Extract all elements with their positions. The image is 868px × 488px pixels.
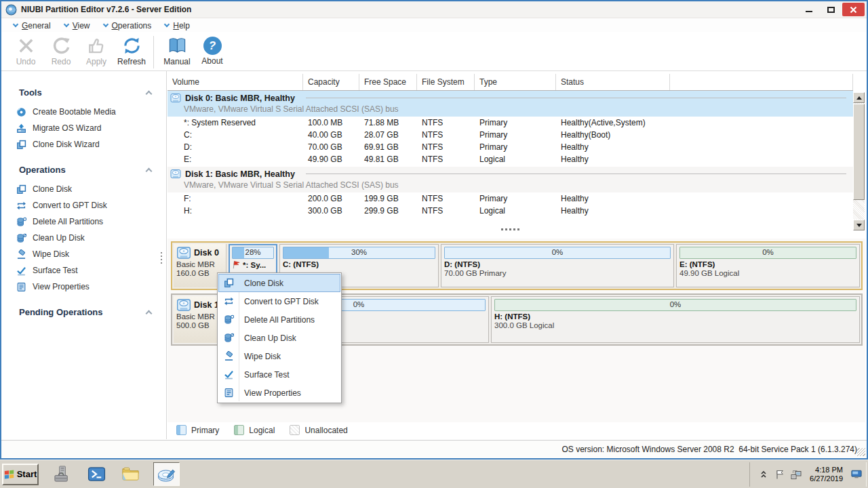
statusbar: OS version: Microsoft Windows Server 200… xyxy=(1,440,867,458)
column-header-volume[interactable]: Volume xyxy=(167,74,303,90)
sidebar-item-delete-all-partitions[interactable]: Delete All Partitions xyxy=(1,214,166,230)
legend-logical: Logical xyxy=(234,425,275,435)
start-button[interactable]: Start xyxy=(2,464,39,485)
usage-percent: 28% xyxy=(233,248,273,256)
taskbar-powershell-icon[interactable] xyxy=(87,465,106,483)
cell: H: xyxy=(167,205,303,217)
disk-group-subtitle: VMware, VMware Virtual S Serial Attached… xyxy=(167,104,853,114)
column-header-capacity[interactable]: Capacity xyxy=(303,74,359,90)
cell: Healthy xyxy=(556,205,670,217)
column-header-type[interactable]: Type xyxy=(475,74,556,90)
column-header-free-space[interactable]: Free Space xyxy=(359,74,417,90)
context-menu-label: Clone Disk xyxy=(239,279,283,288)
volume-row-d[interactable]: D:70.00 GB69.91 GBNTFSPrimaryHealthy xyxy=(167,141,853,153)
show-desktop-icon[interactable] xyxy=(851,469,862,480)
partition-detail: 300.0 GB Logical xyxy=(494,321,856,329)
about-button[interactable]: ?About xyxy=(195,35,230,66)
section-header-tools[interactable]: Tools xyxy=(1,81,166,104)
sidebar-item-clone-disk[interactable]: Clone Disk xyxy=(1,181,166,197)
sidebar-resize-handle[interactable] xyxy=(161,252,162,264)
menu-view[interactable]: View xyxy=(58,19,97,32)
scrollbar-thumb[interactable] xyxy=(853,104,865,200)
context-menu-item-wipe-disk[interactable]: Wipe Disk xyxy=(218,347,340,365)
refresh-button[interactable]: Refresh xyxy=(114,35,149,66)
column-header-blank[interactable] xyxy=(670,74,853,90)
taskbar-explorer-icon[interactable] xyxy=(121,465,140,483)
menu-operations[interactable]: Operations xyxy=(97,19,159,32)
cleanup-icon xyxy=(16,233,26,243)
undo-button[interactable]: Undo xyxy=(8,35,43,66)
section-header-operations[interactable]: Operations xyxy=(1,158,166,181)
arrow-up-icon xyxy=(856,96,862,100)
toolbar-label: Undo xyxy=(16,57,36,66)
sidebar-item-migrate-os-wizard[interactable]: Migrate OS Wizard xyxy=(1,120,166,136)
refresh-icon xyxy=(122,36,142,56)
scroll-up-button[interactable] xyxy=(853,92,865,103)
migrate-icon xyxy=(16,123,26,134)
maximize-button[interactable] xyxy=(821,3,841,16)
sidebar-item-convert-to-gpt-disk[interactable]: Convert to GPT Disk xyxy=(1,197,166,214)
titlebar[interactable]: NIUBI Partition Editor v7.2.6 - Server E… xyxy=(1,1,867,18)
hidden-icons-chevron[interactable] xyxy=(758,469,769,480)
context-menu-item-convert-to-gpt-disk[interactable]: Convert to GPT Disk xyxy=(218,292,340,310)
redo-button[interactable]: Redo xyxy=(43,35,79,66)
panel-splitter[interactable] xyxy=(167,228,853,230)
disk-group-row[interactable]: Disk 1: Basic MBR, HealthyVMware, VMware… xyxy=(167,167,853,192)
partition-detail: 70.00 GB Primary xyxy=(444,269,671,277)
sidebar-item-label: Wipe Disk xyxy=(33,249,69,259)
cell: Healthy xyxy=(556,192,670,205)
volume-row-f[interactable]: F:200.0 GB199.9 GBNTFSPrimaryHealthy xyxy=(167,192,853,205)
usage-bar: 30% xyxy=(283,247,435,259)
context-menu-item-surface-test[interactable]: Surface Test xyxy=(218,365,340,384)
partition-name: *: Sy... xyxy=(243,261,266,269)
cleanup-icon xyxy=(224,333,234,343)
flag-icon xyxy=(232,260,241,269)
close-button[interactable] xyxy=(842,3,865,16)
sidebar-item-clone-disk-wizard[interactable]: Clone Disk Wizard xyxy=(1,136,166,152)
minimize-button[interactable] xyxy=(799,3,819,16)
partition-name: C: (NTFS) xyxy=(283,260,319,268)
resize-grip[interactable] xyxy=(857,448,865,456)
sidebar-item-surface-test[interactable]: Surface Test xyxy=(1,262,166,279)
context-menu-item-view-properties[interactable]: View Properties xyxy=(218,384,340,402)
action-center-flag-icon[interactable] xyxy=(774,469,785,480)
manual-button[interactable]: Manual xyxy=(159,35,195,66)
cell xyxy=(670,117,853,129)
sidebar-item-clean-up-disk[interactable]: Clean Up Disk xyxy=(1,230,166,246)
column-header-status[interactable]: Status xyxy=(556,74,670,90)
context-menu-item-delete-all-partitions[interactable]: Delete All Partitions xyxy=(218,310,340,329)
sidebar-item-wipe-disk[interactable]: Wipe Disk xyxy=(1,246,166,262)
sidebar-item-view-properties[interactable]: View Properties xyxy=(1,279,166,295)
menu-help[interactable]: Help xyxy=(158,19,197,32)
cell xyxy=(670,192,853,205)
taskbar-niubi-icon[interactable] xyxy=(153,462,180,486)
cell: NTFS xyxy=(417,205,475,217)
taskbar-server-manager-icon[interactable] xyxy=(54,465,72,483)
context-menu-item-clean-up-disk[interactable]: Clean Up Disk xyxy=(218,329,340,347)
partition-d-ntfs[interactable]: 0%D: (NTFS)70.00 GB Primary xyxy=(441,244,674,287)
toolbar-label: Apply xyxy=(86,57,106,66)
sidebar-item-create-bootable-media[interactable]: Create Bootable Media xyxy=(1,104,166,120)
partition-e-ntfs[interactable]: 0%E: (NTFS)49.90 GB Logical xyxy=(676,244,860,287)
partition-h-ntfs[interactable]: 0%H: (NTFS)300.0 GB Logical xyxy=(491,296,860,343)
volume-row-e[interactable]: E:49.90 GB49.81 GBNTFSLogicalHealthy xyxy=(167,153,853,165)
volume-row-h[interactable]: H:300.0 GB299.9 GBNTFSLogicalHealthy xyxy=(167,205,853,217)
clone-icon xyxy=(16,184,26,195)
context-menu-item-clone-disk[interactable]: Clone Disk xyxy=(218,274,340,292)
screen: NIUBI Partition Editor v7.2.6 - Server E… xyxy=(0,0,868,488)
apply-button[interactable]: Apply xyxy=(79,35,114,66)
system-tray: 4:18 PM 6/27/2019 xyxy=(749,462,867,487)
disk-group-title: Disk 0: Basic MBR, Healthy xyxy=(185,94,295,103)
table-scrollbar[interactable] xyxy=(853,92,865,230)
column-header-file-system[interactable]: File System xyxy=(417,74,475,90)
disk-group-row[interactable]: Disk 0: Basic MBR, HealthyVMware, VMware… xyxy=(167,91,853,117)
menu-general[interactable]: General xyxy=(7,19,58,32)
clock[interactable]: 4:18 PM 6/27/2019 xyxy=(810,466,843,483)
section-header-pending-operations[interactable]: Pending Operations xyxy=(1,300,166,323)
volume-row-system-reserved[interactable]: *: System Reserved100.0 MB71.88 MBNTFSPr… xyxy=(167,117,853,129)
volume-row-c[interactable]: C:40.00 GB28.07 GBNTFSPrimaryHealthy(Boo… xyxy=(167,129,853,141)
cell: 69.91 GB xyxy=(359,141,417,153)
scroll-down-button[interactable] xyxy=(853,220,865,230)
network-icon[interactable] xyxy=(791,469,802,480)
app-window: NIUBI Partition Editor v7.2.6 - Server E… xyxy=(0,0,868,460)
